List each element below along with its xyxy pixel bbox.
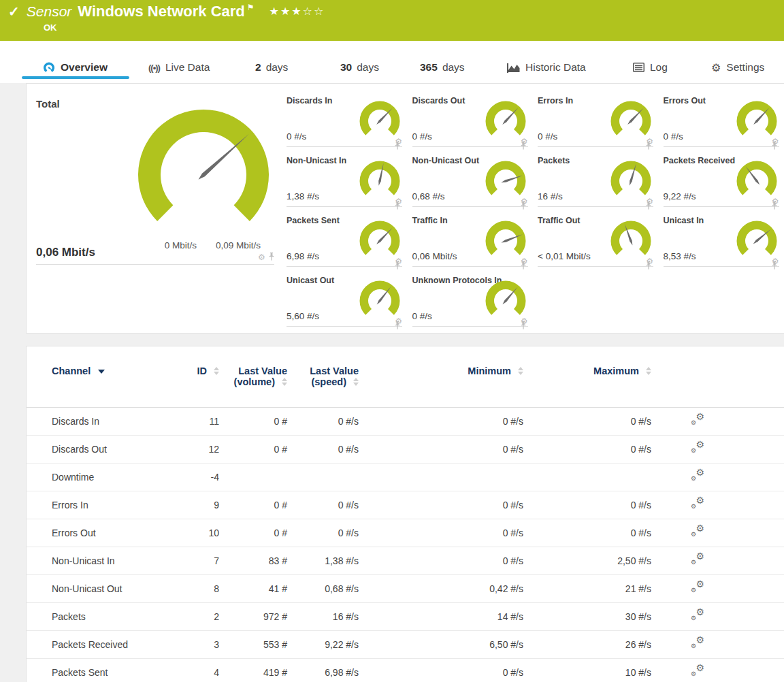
channel-settings-gears-icon[interactable]: ⚙⚙ <box>691 636 704 648</box>
total-gauge-max: 0,09 Mbit/s <box>216 240 261 250</box>
tab-historic-data[interactable]: Historic Data <box>507 59 586 76</box>
tab-30-days[interactable]: 30days <box>340 59 379 76</box>
star-filled-icon[interactable]: ★ <box>291 5 302 17</box>
sort-icon[interactable] <box>353 378 359 386</box>
table-row-errors-in: Errors In90 #0 #/s0 #/s0 #/s⚙⚙ <box>27 491 784 519</box>
content-area: Total 0 Mbit/s 0,09 Mbit/s 0,06 Mbit/s ⚙… <box>0 83 784 682</box>
channel-name: Packets Sent <box>27 659 192 682</box>
column-header-last-value[interactable]: Last Value(speed) <box>287 346 359 407</box>
pin-icon[interactable] <box>394 261 401 270</box>
tab-overview[interactable]: Overview <box>43 59 108 76</box>
tab-log[interactable]: Log <box>633 59 668 76</box>
channel-settings-gears-icon[interactable]: ⚙⚙ <box>691 468 704 481</box>
channel-settings-gears-icon[interactable]: ⚙⚙ <box>691 440 704 453</box>
channel-id: 9 <box>192 491 219 519</box>
status-badge: OK <box>44 22 57 33</box>
pin-icon[interactable] <box>771 201 778 210</box>
tab-settings[interactable]: ⚙Settings <box>711 59 764 76</box>
star-filled-icon[interactable]: ★ <box>280 5 291 17</box>
gauge-actions: ⚙ <box>521 317 528 325</box>
gauge-value: 5,60 #/s <box>287 311 319 321</box>
table-row-non-unicast-out: Non-Unicast Out841 #0,68 #/s0,42 #/s21 #… <box>27 575 784 603</box>
channel-settings-gears-icon[interactable]: ⚙⚙ <box>691 496 704 508</box>
column-header-last-value[interactable]: Last Value(volume) <box>219 346 287 407</box>
header-label-2: (speed) <box>311 376 346 387</box>
channel-settings-gears-icon[interactable]: ⚙⚙ <box>691 664 704 676</box>
channel-settings-gears-icon[interactable]: ⚙⚙ <box>691 524 704 536</box>
pin-icon[interactable] <box>394 201 401 210</box>
pin-icon[interactable] <box>645 142 652 150</box>
last-value-speed: 0 #/s <box>287 519 359 547</box>
last-value-speed: 0 #/s <box>287 436 359 463</box>
tab-label: days <box>266 61 289 74</box>
gauge-errors-in: Errors In0 #/s⚙ <box>538 96 653 147</box>
column-header-id[interactable]: ID <box>192 346 219 407</box>
channel-settings-gears-icon[interactable]: ⚙⚙ <box>691 608 704 620</box>
gauge-dial-icon <box>135 104 272 233</box>
channel-settings-gears-icon[interactable]: ⚙⚙ <box>691 552 704 564</box>
column-header-minimum[interactable]: Minimum <box>359 346 523 407</box>
last-value-speed <box>287 464 359 491</box>
channel-name: Packets <box>27 603 192 630</box>
gauge-dial-icon <box>485 160 527 200</box>
column-header-maximum[interactable]: Maximum <box>523 346 651 407</box>
last-value-speed: 0 #/s <box>287 408 359 435</box>
gauges-panel: Total 0 Mbit/s 0,09 Mbit/s 0,06 Mbit/s ⚙… <box>26 83 784 334</box>
pin-icon[interactable] <box>520 321 527 330</box>
gauge-value: 0,06 Mbit/s <box>412 251 457 261</box>
channel-id: 10 <box>192 519 219 547</box>
channel-settings-gears-icon[interactable]: ⚙⚙ <box>691 580 704 592</box>
column-header-channel[interactable]: Channel <box>27 346 192 407</box>
gauge-actions: ⚙ <box>521 257 528 265</box>
pin-icon[interactable] <box>394 321 401 330</box>
maximum-value: 30 #/s <box>523 603 651 630</box>
pin-icon[interactable] <box>771 261 778 270</box>
channel-name: Non-Unicast Out <box>27 575 192 602</box>
maximum-value <box>523 464 651 491</box>
channel-settings-gears-icon[interactable]: ⚙⚙ <box>691 412 704 425</box>
sort-caret-icon[interactable] <box>98 370 105 374</box>
maximum-value: 0 #/s <box>523 436 651 463</box>
star-rating[interactable]: ★★★☆☆ <box>270 5 325 18</box>
header-label-2: (volume) <box>234 376 275 387</box>
gauge-label: Packets <box>538 156 570 165</box>
pin-icon[interactable] <box>268 253 275 261</box>
pin-icon[interactable] <box>394 142 401 150</box>
minimum-value: 0 #/s <box>359 547 523 574</box>
total-gauge-actions: ⚙ <box>258 253 275 261</box>
pin-icon[interactable] <box>520 261 527 270</box>
header-label: Minimum <box>468 366 511 376</box>
pin-icon[interactable] <box>645 201 652 210</box>
tab-365-days[interactable]: 365days <box>420 59 465 76</box>
sort-icon[interactable] <box>646 367 651 375</box>
table-row-downtime: Downtime-4⚙⚙ <box>27 464 784 491</box>
star-filled-icon[interactable]: ★ <box>270 5 280 17</box>
star-empty-icon[interactable]: ☆ <box>303 5 314 17</box>
channel-table-header: Channel ID Last Value(volume) Last Value… <box>27 346 784 408</box>
sort-icon[interactable] <box>282 378 287 386</box>
sort-icon[interactable] <box>518 367 523 375</box>
priority-flag-icon[interactable]: ⚑ <box>247 3 255 12</box>
sort-icon[interactable] <box>214 367 219 375</box>
gauge-label: Packets Sent <box>287 216 340 225</box>
pin-icon[interactable] <box>520 201 527 210</box>
channel-id: 12 <box>192 436 219 463</box>
gauge-value: 0 #/s <box>412 131 432 142</box>
gauge-dial-icon <box>485 280 527 320</box>
minimum-value: 0 #/s <box>359 491 523 519</box>
gauge-dial-icon <box>359 100 401 140</box>
gauge-actions: ⚙ <box>646 257 653 265</box>
star-empty-icon[interactable]: ☆ <box>314 5 325 17</box>
tab-2-days[interactable]: 2days <box>255 59 288 76</box>
gauge-discards-in: Discards In0 #/s⚙ <box>287 96 402 147</box>
tab-live-data[interactable]: ((•))Live Data <box>148 59 210 76</box>
gauge-non-unicast-out: Non-Unicast Out0,68 #/s⚙ <box>412 156 528 207</box>
minimum-value: 0 #/s <box>359 408 523 435</box>
pin-icon[interactable] <box>771 142 778 150</box>
gauge-value: 0,68 #/s <box>412 191 445 201</box>
tab-label: Live Data <box>165 61 210 74</box>
pin-icon[interactable] <box>520 142 527 150</box>
gauge-value: 1,38 #/s <box>287 191 319 201</box>
pin-icon[interactable] <box>645 261 652 270</box>
gear-icon[interactable]: ⚙ <box>258 253 265 261</box>
